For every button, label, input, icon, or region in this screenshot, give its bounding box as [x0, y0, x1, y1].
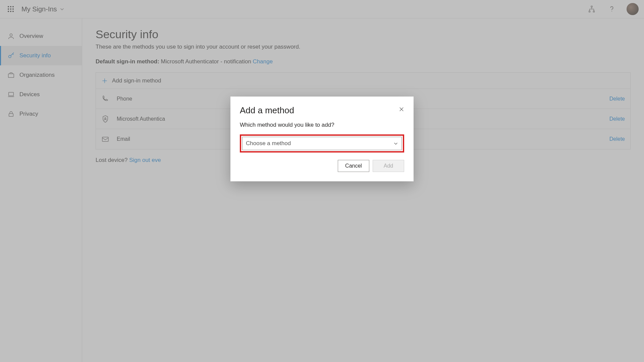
- modal-overlay: Add a method Which method would you like…: [0, 0, 644, 362]
- close-icon: [398, 106, 405, 112]
- method-select-placeholder: Choose a method: [246, 140, 291, 147]
- dialog-actions: Cancel Add: [240, 160, 404, 172]
- highlight-box: Choose a method: [240, 134, 404, 153]
- dialog-title: Add a method: [240, 105, 404, 116]
- chevron-down-icon: [393, 141, 398, 146]
- method-select[interactable]: Choose a method: [242, 137, 402, 150]
- dialog-prompt: Which method would you like to add?: [240, 122, 404, 128]
- close-button[interactable]: [397, 105, 406, 114]
- cancel-button[interactable]: Cancel: [338, 160, 369, 172]
- add-method-dialog: Add a method Which method would you like…: [230, 97, 414, 181]
- add-button: Add: [373, 160, 404, 172]
